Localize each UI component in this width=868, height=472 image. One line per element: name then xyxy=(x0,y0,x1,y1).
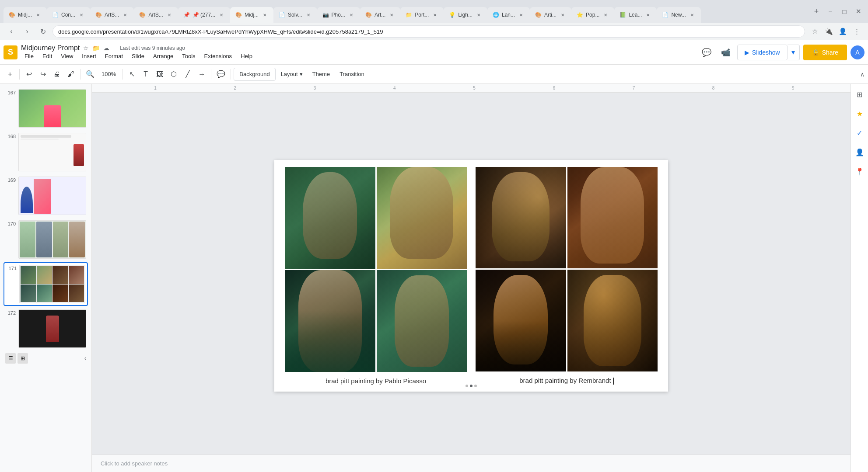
forward-button[interactable]: › xyxy=(21,25,33,38)
share-button[interactable]: 🔒 Share xyxy=(803,45,847,60)
transition-button[interactable]: Transition xyxy=(335,68,369,81)
rembrandt-image-grid[interactable] xyxy=(476,167,658,371)
tab-close-1[interactable]: ✕ xyxy=(35,11,42,18)
extensions-icon[interactable]: 🔌 xyxy=(822,25,835,38)
zoom-out-button[interactable]: 🔍 xyxy=(83,68,97,81)
tab-13[interactable]: 🎨 Arti... ✕ xyxy=(530,7,571,23)
line-tool[interactable]: ╱ xyxy=(181,68,194,81)
tab-close-5[interactable]: ✕ xyxy=(218,11,225,18)
tab-close-14[interactable]: ✕ xyxy=(602,11,609,18)
tab-close-10[interactable]: ✕ xyxy=(431,11,438,18)
reload-button[interactable]: ↻ xyxy=(37,25,49,38)
tab-2[interactable]: 📄 Con... ✕ xyxy=(47,7,90,23)
tab-4[interactable]: 🎨 ArtS... ✕ xyxy=(134,7,178,23)
tab-11[interactable]: 💡 Ligh... ✕ xyxy=(444,7,487,23)
menu-slide[interactable]: Slide xyxy=(128,52,148,60)
tab-close-2[interactable]: ✕ xyxy=(78,11,85,18)
tab-close-3[interactable]: ✕ xyxy=(122,11,129,18)
more-icon[interactable]: ⋮ xyxy=(850,25,863,38)
collapse-toolbar-button[interactable]: ∧ xyxy=(860,71,864,78)
tab-close-15[interactable]: ✕ xyxy=(644,11,651,18)
cloud-icon[interactable]: ☁ xyxy=(103,45,109,52)
arrow-tool[interactable]: → xyxy=(195,68,208,81)
tab-8[interactable]: 📷 Pho... ✕ xyxy=(317,7,360,23)
tab-3[interactable]: 🎨 ArtS... ✕ xyxy=(90,7,134,23)
tab-close-13[interactable]: ✕ xyxy=(559,11,566,18)
tab-close-12[interactable]: ✕ xyxy=(518,11,525,18)
tab-close-9[interactable]: ✕ xyxy=(388,11,395,18)
list-view-button[interactable]: ☰ xyxy=(5,353,16,364)
tab-close-16[interactable]: ✕ xyxy=(689,11,696,18)
star-panel-icon[interactable]: ★ xyxy=(853,107,867,121)
background-button[interactable]: Background xyxy=(234,68,275,81)
tab-close-4[interactable]: ✕ xyxy=(166,11,173,18)
slide-thumb-172[interactable]: 172 xyxy=(4,308,88,350)
menu-edit[interactable]: Edit xyxy=(39,52,56,60)
address-bar[interactable]: docs.google.com/presentation/d/1wugxrcaA… xyxy=(52,25,805,38)
picasso-image-grid[interactable] xyxy=(285,167,467,372)
close-button[interactable]: ✕ xyxy=(852,5,864,17)
tab-close-6[interactable]: ✕ xyxy=(261,11,268,18)
slideshow-dropdown[interactable]: ▾ xyxy=(788,45,800,60)
layout-button[interactable]: Layout ▾ xyxy=(276,68,307,81)
tab-1[interactable]: 🎨 Midj... ✕ xyxy=(4,7,47,23)
tab-close-8[interactable]: ✕ xyxy=(348,11,355,18)
back-button[interactable]: ‹ xyxy=(5,25,18,38)
image-tool[interactable]: 🖼 xyxy=(153,68,166,81)
profile-icon[interactable]: 👤 xyxy=(836,25,849,38)
tab-5[interactable]: 📌 📌 (277... ✕ xyxy=(178,7,230,23)
slideshow-button[interactable]: ▶ Slideshow xyxy=(737,45,788,60)
redo-button[interactable]: ↪ xyxy=(36,68,49,81)
slide-thumb-167[interactable]: 167 xyxy=(4,87,88,129)
grid-view-button[interactable]: ⊞ xyxy=(18,353,28,364)
check-panel-icon[interactable]: ✓ xyxy=(853,126,867,140)
tab-10[interactable]: 📁 Port... ✕ xyxy=(400,7,444,23)
rembrandt-caption[interactable]: brad pitt painting by Rembrandt xyxy=(476,377,658,385)
folder-icon[interactable]: 📁 xyxy=(92,45,100,52)
tab-7[interactable]: 📄 Solv... ✕ xyxy=(273,7,317,23)
comments-icon[interactable]: 💬 xyxy=(699,45,714,60)
add-button[interactable]: + xyxy=(4,68,17,81)
slide-thumb-170[interactable]: 170 xyxy=(4,219,88,260)
location-panel-icon[interactable]: 📍 xyxy=(853,164,867,178)
menu-view[interactable]: View xyxy=(57,52,77,60)
header-actions: 💬 📹 ▶ Slideshow ▾ 🔒 Share A xyxy=(699,45,864,60)
person-panel-icon[interactable]: 👤 xyxy=(853,145,867,159)
theme-button[interactable]: Theme xyxy=(308,68,334,81)
slides-panel-icon[interactable]: ⊞ xyxy=(853,87,867,101)
collapse-panel-button[interactable]: ‹ xyxy=(84,355,86,361)
minimize-button[interactable]: − xyxy=(824,5,836,17)
print-button[interactable]: 🖨 xyxy=(50,68,63,81)
maximize-button[interactable]: □ xyxy=(838,5,850,17)
avatar[interactable]: A xyxy=(850,45,864,59)
menu-help[interactable]: Help xyxy=(237,52,256,60)
menu-arrange[interactable]: Arrange xyxy=(150,52,177,60)
menu-extensions[interactable]: Extensions xyxy=(201,52,236,60)
bookmark-icon[interactable]: ☆ xyxy=(808,25,821,38)
text-tool[interactable]: T xyxy=(139,68,152,81)
tab-14[interactable]: ⭐ Pop... ✕ xyxy=(571,7,614,23)
menu-file[interactable]: File xyxy=(21,52,37,60)
tab-16[interactable]: 📄 New... ✕ xyxy=(657,7,700,23)
slide-thumb-169[interactable]: 169 xyxy=(4,175,88,217)
menu-tools[interactable]: Tools xyxy=(178,52,199,60)
menu-insert[interactable]: Insert xyxy=(78,52,100,60)
tab-close-11[interactable]: ✕ xyxy=(475,11,482,18)
undo-button[interactable]: ↩ xyxy=(22,68,35,81)
tab-12[interactable]: 🌐 Lan... ✕ xyxy=(487,7,530,23)
slide-thumb-168[interactable]: 168 xyxy=(4,131,88,173)
tab-9[interactable]: 🎨 Art... ✕ xyxy=(360,7,400,23)
tab-6[interactable]: 🎨 Midj... ✕ xyxy=(230,7,273,23)
meet-icon[interactable]: 📹 xyxy=(718,45,734,60)
star-icon[interactable]: ☆ xyxy=(83,45,89,52)
tab-15[interactable]: 📗 Lea... ✕ xyxy=(614,7,657,23)
menu-format[interactable]: Format xyxy=(102,52,126,60)
new-tab-button[interactable]: + xyxy=(810,5,822,17)
slide-thumb-171[interactable]: 171 xyxy=(4,262,88,306)
comment-button[interactable]: 💬 xyxy=(214,68,228,81)
shape-tool[interactable]: ⬡ xyxy=(167,68,180,81)
select-tool[interactable]: ↖ xyxy=(125,68,138,81)
speaker-notes-area[interactable]: Click to add speaker notes xyxy=(92,455,850,472)
tab-close-7[interactable]: ✕ xyxy=(305,11,312,18)
paint-format-button[interactable]: 🖌 xyxy=(64,68,77,81)
